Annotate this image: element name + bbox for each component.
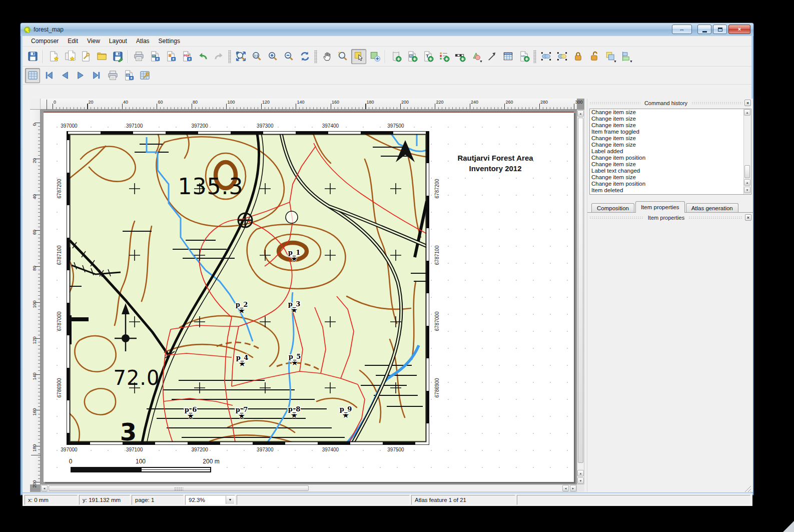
menu-layout[interactable]: Layout: [105, 36, 132, 46]
export-atlas-image-button[interactable]: [121, 68, 136, 83]
group-items-button[interactable]: [538, 49, 553, 64]
map-item[interactable]: 3970003970003971003971003972003972003973…: [67, 131, 429, 445]
close-icon[interactable]: ×: [744, 100, 751, 106]
composer-manager-button[interactable]: [78, 49, 93, 64]
atlas-first-button[interactable]: [41, 68, 56, 83]
move-item-content-button[interactable]: [367, 49, 382, 64]
chevron-down-icon[interactable]: ▼: [613, 60, 617, 63]
menu-atlas[interactable]: Atlas: [132, 36, 154, 46]
export-svg-button[interactable]: [163, 49, 178, 64]
menu-edit[interactable]: Edit: [63, 36, 83, 46]
map-title-label[interactable]: Rautjarvi Forest Area Inventory 2012: [415, 153, 575, 174]
pan-button[interactable]: [319, 49, 334, 64]
command-history-item[interactable]: Change item position: [590, 181, 751, 187]
menu-settings[interactable]: Settings: [154, 36, 185, 46]
command-history-item[interactable]: Item deleted: [590, 194, 751, 195]
atlas-last-button[interactable]: [89, 68, 104, 83]
command-history-item[interactable]: Change item size: [590, 116, 751, 122]
add-legend-button[interactable]: [436, 49, 451, 64]
zoom-in-button[interactable]: [265, 49, 280, 64]
command-history-item[interactable]: Label text changed: [590, 168, 751, 174]
item-properties-header[interactable]: Item properties ×: [587, 213, 753, 222]
command-history-item[interactable]: Change item size: [590, 174, 751, 181]
command-history-item[interactable]: Item deleted: [590, 187, 751, 194]
command-history-item[interactable]: Change item size: [590, 161, 751, 168]
add-attribute-table-button[interactable]: [500, 49, 515, 64]
scroll-down-button[interactable]: ▼: [577, 477, 584, 484]
export-pdf-button[interactable]: PDF: [179, 49, 194, 64]
select-move-item-button[interactable]: [351, 49, 366, 64]
add-html-frame-button[interactable]: </>: [516, 49, 531, 64]
zoom-out-button[interactable]: [281, 49, 296, 64]
print-atlas-button[interactable]: [105, 68, 120, 83]
scroll-up-button[interactable]: ▲: [744, 109, 750, 116]
preview-atlas-button[interactable]: [25, 68, 40, 83]
command-history-item[interactable]: Change item size: [590, 109, 751, 116]
scroll-left-button2[interactable]: ◄: [562, 485, 569, 491]
window-maximize-button[interactable]: [713, 25, 727, 34]
command-history-item[interactable]: Label added: [590, 148, 751, 155]
zoom-level-combo[interactable]: 92.3% ▼: [185, 495, 235, 505]
menu-view[interactable]: View: [83, 36, 105, 46]
history-scroll-thumb[interactable]: [744, 165, 750, 178]
toolbar-handle[interactable]: [228, 50, 231, 63]
command-history-header[interactable]: Command history ×: [587, 99, 753, 107]
canvas-hscrollbar[interactable]: ◄ ◄ ►: [41, 484, 577, 492]
load-template-button[interactable]: [94, 49, 109, 64]
scroll-left-button[interactable]: ◄: [41, 485, 48, 491]
redo-button[interactable]: [211, 49, 226, 64]
window-close-button[interactable]: ×: [728, 25, 750, 34]
refresh-view-button[interactable]: [297, 49, 312, 64]
scroll-down-button[interactable]: ▼: [744, 187, 750, 193]
scroll-up-button2[interactable]: ▲: [744, 179, 750, 186]
tab-item-properties[interactable]: Item properties: [635, 201, 685, 213]
close-icon[interactable]: ×: [745, 214, 751, 221]
command-history-item[interactable]: Change item size: [590, 135, 751, 142]
tab-atlas-generation[interactable]: Atlas generation: [686, 203, 738, 213]
unlock-items-button[interactable]: [586, 49, 601, 64]
duplicate-composition-button[interactable]: [62, 49, 77, 64]
add-shape-button[interactable]: ▼: [468, 49, 483, 64]
add-scalebar-button[interactable]: [452, 49, 467, 64]
toolbar-handle[interactable]: [314, 50, 317, 63]
scalebar-item[interactable]: 0100200 m: [71, 458, 241, 475]
hscroll-thumb[interactable]: [49, 485, 309, 491]
screen-resize-grip[interactable]: [783, 521, 794, 532]
lock-items-button[interactable]: [570, 49, 585, 64]
add-label-button[interactable]: T: [420, 49, 435, 64]
atlas-next-button[interactable]: [73, 68, 88, 83]
print-button[interactable]: [131, 49, 146, 64]
command-history-item[interactable]: Change item size: [590, 142, 751, 148]
ungroup-items-button[interactable]: [554, 49, 569, 64]
add-image-button[interactable]: [404, 49, 419, 64]
undo-button[interactable]: [195, 49, 210, 64]
window-resize-button[interactable]: ⇔: [672, 25, 692, 34]
export-image-button[interactable]: [147, 49, 162, 64]
chevron-down-icon[interactable]: ▼: [479, 60, 483, 63]
command-history-item[interactable]: Change item position: [590, 155, 751, 161]
canvas-vscrollbar[interactable]: ▲ ▲ ▼: [577, 110, 584, 484]
window-minimize-button[interactable]: [697, 25, 711, 34]
title-bar[interactable]: forest_map ⇔ ×: [21, 23, 753, 36]
toolbar-handle[interactable]: [533, 50, 536, 63]
scroll-up-button[interactable]: ▲: [577, 110, 584, 117]
add-arrow-button[interactable]: [484, 49, 499, 64]
history-scrollbar[interactable]: ▲ ▲ ▼: [743, 109, 751, 194]
atlas-prev-button[interactable]: [57, 68, 72, 83]
align-items-button[interactable]: ▼: [618, 49, 633, 64]
menu-composer[interactable]: Composer: [27, 36, 63, 46]
atlas-settings-button[interactable]: [137, 68, 152, 83]
add-new-map-button[interactable]: [388, 49, 403, 64]
zoom-region-button[interactable]: [335, 49, 350, 64]
save-button[interactable]: [25, 49, 40, 64]
vscroll-thumb[interactable]: [578, 118, 583, 463]
zoom-one-to-one-button[interactable]: 1:1: [249, 49, 264, 64]
command-history-item[interactable]: Change item size: [590, 122, 751, 129]
command-history-list[interactable]: Change item sizeChange item sizeChange i…: [589, 109, 751, 195]
chevron-down-icon[interactable]: ▼: [226, 496, 234, 504]
new-composition-button[interactable]: [46, 49, 61, 64]
composer-canvas[interactable]: 3970003970003971003971003972003972003973…: [30, 99, 584, 492]
chevron-down-icon[interactable]: ▼: [629, 60, 633, 63]
raise-items-button[interactable]: ▼: [602, 49, 617, 64]
command-history-item[interactable]: Item frame toggled: [590, 129, 751, 135]
